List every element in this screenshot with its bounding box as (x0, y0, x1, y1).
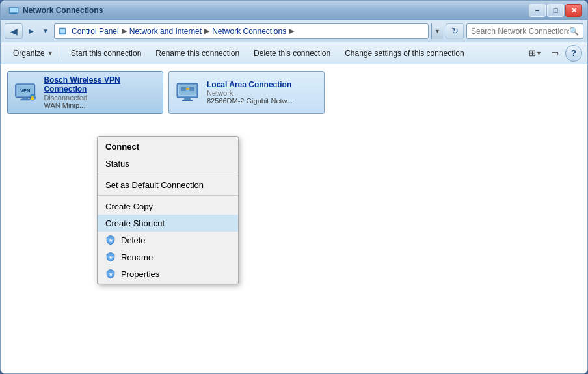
svg-rect-1 (10, 8, 18, 12)
toolbar-separator-1 (62, 47, 62, 60)
ctx-rename[interactable]: ★ Rename (98, 248, 238, 265)
ctx-create-shortcut[interactable]: Create Shortcut (98, 215, 238, 232)
back-button[interactable]: ◀ (5, 23, 23, 39)
shield-icon-rename: ★ (106, 252, 115, 262)
title-bar-left: Network Connections (8, 5, 103, 16)
svg-text:★: ★ (109, 255, 113, 260)
ctx-rename-label: Rename (121, 252, 153, 262)
delete-connection-label: Delete this connection (254, 49, 330, 58)
start-connection-label: Start this connection (71, 49, 142, 58)
ctx-set-default[interactable]: Set as Default Connection (98, 176, 238, 193)
minimize-button[interactable]: − (529, 4, 546, 17)
help-button[interactable]: ? (565, 45, 582, 62)
ctx-properties[interactable]: ★ Properties (98, 265, 238, 282)
ctx-connect[interactable]: Connect (98, 138, 238, 155)
lan-name: Local Area Connection (207, 80, 293, 89)
ctx-create-copy[interactable]: Create Copy (98, 198, 238, 215)
svg-rect-21 (182, 100, 193, 101)
organize-label: Organize (13, 49, 45, 58)
context-menu: Connect Status Set as Default Connection… (97, 136, 239, 284)
svg-rect-10 (22, 97, 28, 99)
breadcrumb-sep-1: ▶ (122, 27, 127, 35)
breadcrumb-sep-2: ▶ (204, 27, 209, 35)
change-settings-button[interactable]: Change settings of this connection (338, 44, 471, 62)
window-icon (8, 5, 19, 16)
address-dropdown[interactable]: ▼ (431, 23, 443, 39)
network-item-lan[interactable]: Local Area Connection Network 82566DM-2 … (168, 71, 325, 114)
toolbar-right: ⊞ ▼ ▭ ? (526, 45, 582, 62)
breadcrumb-sep-3: ▶ (289, 27, 294, 35)
vpn-icon: VPN (13, 79, 37, 105)
search-input[interactable] (471, 27, 569, 36)
svg-rect-17 (181, 87, 186, 91)
organize-button[interactable]: Organize ▼ (6, 44, 60, 62)
toolbar: Organize ▼ Start this connection Rename … (1, 42, 587, 64)
vpn-name: Bosch Wireless VPN Connection (44, 75, 157, 94)
address-bar: ◀ ▶ ▼ Control Panel ▶ Network and Intern… (1, 20, 587, 42)
organize-dropdown-icon: ▼ (47, 50, 53, 57)
vpn-status: Disconnected (44, 94, 157, 101)
close-button[interactable]: ✕ (565, 4, 582, 17)
items-area: VPN Bosch Wireless VPN Connection Discon… (1, 64, 587, 120)
ctx-delete[interactable]: ★ Delete (98, 232, 238, 248)
address-path[interactable]: Control Panel ▶ Network and Internet ▶ N… (54, 23, 429, 39)
ctx-properties-shield: ★ (105, 269, 116, 279)
refresh-button[interactable]: ↻ (446, 23, 464, 39)
view-icon: ⊞ (529, 48, 536, 58)
svg-rect-2 (11, 13, 16, 14)
main-content: VPN Bosch Wireless VPN Connection Discon… (1, 64, 587, 373)
svg-rect-5 (60, 29, 65, 33)
main-window: Network Connections − □ ✕ ◀ ▶ ▼ Control … (0, 0, 588, 374)
ctx-create-shortcut-label: Create Shortcut (105, 219, 165, 228)
svg-rect-20 (184, 98, 191, 100)
ctx-set-default-label: Set as Default Connection (105, 180, 204, 190)
ctx-properties-label: Properties (121, 269, 159, 279)
breadcrumb-network-connections[interactable]: Network Connections (212, 27, 286, 36)
lan-adapter: 82566DM-2 Gigabit Netw... (207, 97, 293, 105)
svg-rect-18 (189, 87, 194, 91)
lan-status: Network (207, 89, 293, 97)
svg-rect-11 (20, 99, 30, 100)
path-icon (59, 26, 69, 36)
breadcrumb-control-panel[interactable]: Control Panel (72, 27, 119, 36)
delete-connection-button[interactable]: Delete this connection (247, 44, 338, 62)
rename-connection-label: Rename this connection (155, 49, 239, 58)
vpn-info: Bosch Wireless VPN Connection Disconnect… (44, 75, 157, 109)
recent-button[interactable]: ▼ (40, 23, 51, 39)
svg-text:★: ★ (109, 238, 113, 243)
ctx-connect-label: Connect (105, 142, 139, 152)
start-connection-button[interactable]: Start this connection (64, 44, 149, 62)
search-icon[interactable]: 🔍 (569, 27, 579, 36)
ctx-status[interactable]: Status (98, 155, 238, 172)
help-icon: ? (571, 48, 576, 58)
ctx-delete-label: Delete (121, 235, 146, 245)
vpn-adapter: WAN Minip... (44, 101, 157, 109)
ctx-sep-1 (98, 174, 238, 174)
ctx-status-label: Status (105, 159, 129, 168)
forward-button[interactable]: ▶ (25, 23, 37, 39)
shield-icon-properties: ★ (106, 269, 115, 279)
search-box: 🔍 (466, 23, 583, 39)
view-dropdown-icon: ▼ (536, 50, 542, 57)
preview-icon: ▭ (551, 48, 559, 58)
shield-icon-delete: ★ (106, 235, 115, 245)
svg-text:VPN: VPN (20, 88, 30, 94)
rename-connection-button[interactable]: Rename this connection (148, 44, 247, 62)
ctx-delete-shield: ★ (105, 235, 116, 245)
lan-info: Local Area Connection Network 82566DM-2 … (207, 80, 293, 105)
network-item-vpn[interactable]: VPN Bosch Wireless VPN Connection Discon… (7, 71, 163, 114)
ctx-create-copy-label: Create Copy (105, 202, 153, 211)
svg-rect-13 (31, 97, 34, 100)
title-bar: Network Connections − □ ✕ (1, 1, 587, 20)
breadcrumb-network-internet[interactable]: Network and Internet (129, 27, 202, 36)
lan-icon (174, 79, 200, 105)
ctx-sep-2 (98, 195, 238, 196)
view-toggle-button[interactable]: ⊞ ▼ (526, 45, 544, 62)
change-settings-label: Change settings of this connection (345, 49, 464, 58)
window-title: Network Connections (23, 6, 103, 15)
maximize-button[interactable]: □ (547, 4, 564, 17)
svg-text:★: ★ (109, 272, 113, 276)
title-bar-buttons: − □ ✕ (529, 4, 582, 17)
preview-pane-button[interactable]: ▭ (546, 45, 564, 62)
svg-rect-3 (10, 14, 17, 14)
